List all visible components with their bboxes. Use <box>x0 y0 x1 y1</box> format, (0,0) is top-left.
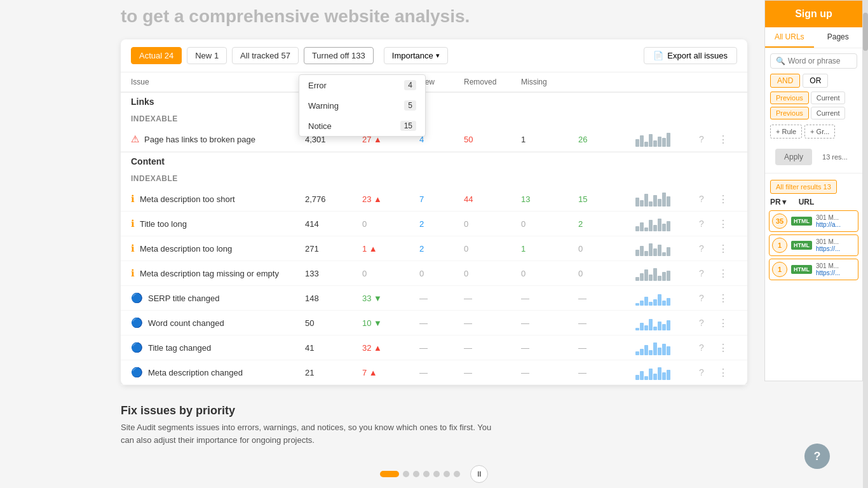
more-icon[interactable]: ⋮ <box>718 292 737 304</box>
sidebar-filter-tabs: All URLs Pages <box>765 27 862 48</box>
filter-row-2: Previous Current <box>770 107 857 119</box>
dot-6[interactable] <box>444 471 450 477</box>
warning-icon: ℹ <box>131 193 135 205</box>
help-icon[interactable]: ? <box>699 219 718 229</box>
tab-actual[interactable]: Actual 24 <box>131 47 182 64</box>
more-icon[interactable]: ⋮ <box>718 218 737 230</box>
pr-url-header: PR ▾ URL <box>770 198 857 207</box>
pr-badge-1: 35 <box>772 214 787 229</box>
right-sidebar: Sign up All URLs Pages 🔍 AND OR Previous… <box>764 0 863 381</box>
table-row: 🔵Word count changed 50 10 ▼ — — — — ? ⋮ <box>121 311 747 336</box>
progress-dots: ⏸ <box>0 465 868 483</box>
mini-chart <box>635 266 699 281</box>
url-row-1[interactable]: 35 HTML 301 M... http://a... <box>769 210 858 232</box>
mini-chart <box>635 132 699 147</box>
url-text-3: https://... <box>816 269 840 276</box>
mini-chart <box>635 241 699 256</box>
apply-btn[interactable]: Apply <box>775 149 812 165</box>
section-links-title: Links <box>121 92 747 111</box>
warning-icon: ℹ <box>131 268 135 279</box>
warning-icon: ℹ <box>131 218 135 229</box>
help-icon[interactable]: ? <box>699 318 718 328</box>
more-icon[interactable]: ⋮ <box>718 193 737 205</box>
dot-1[interactable] <box>380 471 399 477</box>
table-row: 🔵Title tag changed 41 32 ▲ — — — — ? ⋮ <box>121 336 747 360</box>
table-row: ℹMeta description tag missing or empty 1… <box>121 261 747 286</box>
url-row-2[interactable]: 1 HTML 301 M... https://... <box>769 234 858 256</box>
info-icon: 🔵 <box>131 292 143 304</box>
filter-results-section: All filter results 13 PR ▾ URL 35 HTML 3… <box>765 173 862 280</box>
pr-badge-3: 1 <box>772 262 787 277</box>
dot-4[interactable] <box>423 471 430 477</box>
pause-btn[interactable]: ⏸ <box>470 465 488 483</box>
and-btn[interactable]: AND <box>770 74 800 88</box>
error-icon: ⚠ <box>131 133 139 145</box>
filter-current-2[interactable]: Current <box>811 107 846 119</box>
mini-chart <box>635 216 699 231</box>
fix-title: Fix issues by priority <box>121 404 747 417</box>
help-icon[interactable]: ? <box>699 134 718 144</box>
filter-results-btn[interactable]: All filter results 13 <box>770 180 837 194</box>
importance-dropdown: Error 4 Warning 5 Notice 15 <box>299 74 426 137</box>
more-icon[interactable]: ⋮ <box>718 268 737 280</box>
dot-5[interactable] <box>433 471 440 477</box>
add-rule-btn[interactable]: + Rule <box>770 125 802 139</box>
dropdown-notice[interactable]: Notice 15 <box>299 116 425 136</box>
url-text-2: https://... <box>816 245 840 252</box>
tab-turned-off[interactable]: Turned off 133 <box>304 47 374 64</box>
tab-all-tracked-count: 57 <box>281 51 290 60</box>
dot-7[interactable] <box>454 471 460 477</box>
help-icon[interactable]: ? <box>699 194 718 204</box>
tab-all-urls[interactable]: All URLs <box>765 27 814 48</box>
more-icon[interactable]: ⋮ <box>718 317 737 329</box>
table-header: Issue Cr... New Removed Missing <box>121 72 747 92</box>
filter-current-1[interactable]: Current <box>811 92 846 104</box>
help-icon[interactable]: ? <box>699 243 718 254</box>
help-icon[interactable]: ? <box>699 293 718 303</box>
filter-row-1: Previous Current <box>770 92 857 104</box>
tab-all-tracked[interactable]: All tracked 57 <box>232 47 299 64</box>
filter-previous-1[interactable]: Previous <box>770 92 809 104</box>
dropdown-warning[interactable]: Warning 5 <box>299 95 425 116</box>
info-icon: 🔵 <box>131 342 143 353</box>
importance-dropdown-btn[interactable]: Importance <box>384 47 448 64</box>
dropdown-error[interactable]: Error 4 <box>299 75 425 95</box>
or-btn[interactable]: OR <box>803 74 828 88</box>
export-btn[interactable]: 📄 Export all issues <box>644 47 737 64</box>
tab-new[interactable]: New 1 <box>187 47 227 64</box>
page-headline: to get a comprehensive website analysis. <box>0 0 868 33</box>
more-icon[interactable]: ⋮ <box>718 367 737 379</box>
search-box: 🔍 <box>770 53 857 69</box>
scrollbar[interactable] <box>863 0 868 488</box>
url-row-3[interactable]: 1 HTML 301 M... https://... <box>769 259 858 280</box>
help-icon[interactable]: ? <box>699 342 718 353</box>
dot-2[interactable] <box>403 471 409 477</box>
export-icon: 📄 <box>653 51 663 60</box>
more-icon[interactable]: ⋮ <box>718 133 737 146</box>
pr-sort[interactable]: PR ▾ <box>770 198 786 207</box>
search-icon: 🔍 <box>776 57 785 65</box>
section-content-title: Content <box>121 152 747 170</box>
search-input[interactable] <box>788 57 851 65</box>
warning-icon: ℹ <box>131 243 135 254</box>
help-fab[interactable]: ? <box>804 444 830 469</box>
signup-btn[interactable]: Sign up <box>765 1 862 27</box>
help-icon[interactable]: ? <box>699 268 718 278</box>
table-row: ℹTitle too long 414 0 2 0 0 2 ? ⋮ <box>121 212 747 236</box>
dot-3[interactable] <box>413 471 419 477</box>
tab-actual-count: 24 <box>165 51 173 60</box>
table-row: 🔵SERP title changed 148 33 ▼ — — — — ? ⋮ <box>121 286 747 311</box>
help-icon[interactable]: ? <box>699 367 718 377</box>
html-badge-2: HTML <box>791 241 812 250</box>
table-row: ℹMeta description too short 2,776 23 ▲ 7… <box>121 187 747 212</box>
table-row: ⚠ Page has links to broken page 4,301 27… <box>121 127 747 152</box>
mini-chart <box>635 340 699 355</box>
add-row: + Rule + Gr... <box>770 125 857 139</box>
more-icon[interactable]: ⋮ <box>718 342 737 354</box>
add-group-btn[interactable]: + Gr... <box>804 125 835 139</box>
tab-pages[interactable]: Pages <box>814 27 863 48</box>
info-icon: 🔵 <box>131 367 143 378</box>
filter-previous-2[interactable]: Previous <box>770 107 809 119</box>
url-label-1: 301 M... <box>816 214 841 221</box>
more-icon[interactable]: ⋮ <box>718 243 737 255</box>
